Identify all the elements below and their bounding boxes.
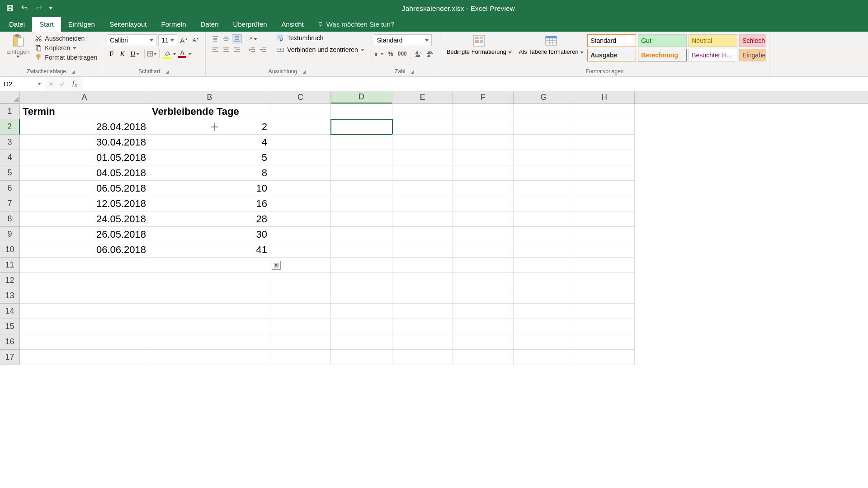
row-header-6[interactable]: 6 xyxy=(0,181,20,196)
cell-G13[interactable] xyxy=(514,288,574,304)
cell-F17[interactable] xyxy=(453,350,514,365)
row-header-16[interactable]: 16 xyxy=(0,334,20,350)
cell-B10[interactable]: 41 xyxy=(149,242,270,258)
conditional-formatting-button[interactable]: Bedingte Formatierung xyxy=(443,33,515,55)
cell-E1[interactable] xyxy=(392,104,453,119)
clipboard-launcher[interactable]: ◢ xyxy=(71,69,75,74)
cell-F2[interactable] xyxy=(453,119,514,135)
cell-H11[interactable] xyxy=(574,258,635,273)
percent-format-button[interactable]: % xyxy=(386,49,396,59)
cell-A1[interactable]: Termin xyxy=(20,104,149,119)
font-launcher[interactable]: ◢ xyxy=(165,69,169,74)
cell-H8[interactable] xyxy=(574,211,635,227)
cell-E4[interactable] xyxy=(392,150,453,165)
cell-D9[interactable] xyxy=(331,227,392,242)
cell-C14[interactable] xyxy=(270,304,331,319)
cell-H17[interactable] xyxy=(574,350,635,365)
cell-E11[interactable] xyxy=(392,258,453,273)
col-header-E[interactable]: E xyxy=(392,91,453,103)
col-header-A[interactable]: A xyxy=(20,91,149,103)
cell-G8[interactable] xyxy=(514,211,574,227)
cell-C16[interactable] xyxy=(270,334,331,350)
cell-C4[interactable] xyxy=(270,150,331,165)
row-header-2[interactable]: 2 xyxy=(0,119,20,135)
cell-C13[interactable] xyxy=(270,288,331,304)
align-bottom-button[interactable] xyxy=(232,34,242,43)
cell-B4[interactable]: 5 xyxy=(149,150,270,165)
cell-A3[interactable]: 30.04.2018 xyxy=(20,135,149,150)
tell-me-search[interactable]: Was möchten Sie tun? xyxy=(311,17,401,32)
qat-customize[interactable] xyxy=(48,3,53,14)
cell-C9[interactable] xyxy=(270,227,331,242)
orientation-button[interactable] xyxy=(247,34,257,43)
cell-B16[interactable] xyxy=(149,334,270,350)
cell-D3[interactable] xyxy=(331,135,392,150)
insert-function-button[interactable]: fx xyxy=(70,79,80,89)
cell-B2[interactable]: 2 xyxy=(149,119,270,135)
cell-D15[interactable] xyxy=(331,319,392,334)
enter-icon[interactable] xyxy=(59,81,65,87)
cell-F4[interactable] xyxy=(453,150,514,165)
shrink-font-button[interactable]: A▼ xyxy=(191,35,201,45)
style-standard[interactable]: Standard xyxy=(587,34,636,47)
cell-B15[interactable] xyxy=(149,319,270,334)
cell-G5[interactable] xyxy=(514,165,574,181)
cell-C10[interactable] xyxy=(270,242,331,258)
cell-C12[interactable] xyxy=(270,273,331,288)
decrease-indent-button[interactable] xyxy=(247,45,257,54)
style-neutral[interactable]: Neutral xyxy=(689,34,737,47)
cancel-icon[interactable] xyxy=(48,81,54,87)
cell-B14[interactable] xyxy=(149,304,270,319)
align-middle-button[interactable] xyxy=(221,34,231,43)
col-header-G[interactable]: G xyxy=(514,91,574,103)
cell-D6[interactable] xyxy=(331,181,392,196)
cut-button[interactable]: Ausschneiden xyxy=(33,34,99,42)
row-header-5[interactable]: 5 xyxy=(0,165,20,181)
cell-H9[interactable] xyxy=(574,227,635,242)
number-format-combo[interactable]: Standard xyxy=(374,34,432,46)
borders-button[interactable] xyxy=(147,49,157,59)
cell-H10[interactable] xyxy=(574,242,635,258)
cell-B1[interactable]: Verbleibende Tage xyxy=(149,104,270,119)
tab-formeln[interactable]: Formeln xyxy=(154,17,193,32)
cell-C7[interactable] xyxy=(270,196,331,211)
cell-H13[interactable] xyxy=(574,288,635,304)
cell-B3[interactable]: 4 xyxy=(149,135,270,150)
increase-decimal-button[interactable]: .0.00 xyxy=(414,49,424,59)
cell-G4[interactable] xyxy=(514,150,574,165)
cell-A4[interactable]: 01.05.2018 xyxy=(20,150,149,165)
formula-input[interactable] xyxy=(83,77,868,91)
row-header-3[interactable]: 3 xyxy=(0,135,20,150)
cell-H12[interactable] xyxy=(574,273,635,288)
cell-A15[interactable] xyxy=(20,319,149,334)
save-button[interactable] xyxy=(5,3,15,14)
tab-datei[interactable]: Datei xyxy=(2,17,32,32)
row-header-13[interactable]: 13 xyxy=(0,288,20,304)
cell-D13[interactable] xyxy=(331,288,392,304)
row-header-12[interactable]: 12 xyxy=(0,273,20,288)
style-ausgabe[interactable]: Ausgabe xyxy=(587,49,636,61)
style-besuchter[interactable]: Besuchter H... xyxy=(689,49,737,61)
number-launcher[interactable]: ◢ xyxy=(410,69,414,74)
tab-einfuegen[interactable]: Einfügen xyxy=(61,17,102,32)
cell-B12[interactable] xyxy=(149,273,270,288)
cell-E2[interactable] xyxy=(392,119,453,135)
cell-A12[interactable] xyxy=(20,273,149,288)
underline-button[interactable]: U xyxy=(128,49,142,59)
cell-F11[interactable] xyxy=(453,258,514,273)
cell-H2[interactable] xyxy=(574,119,635,135)
cell-D14[interactable] xyxy=(331,304,392,319)
cell-E3[interactable] xyxy=(392,135,453,150)
cell-C6[interactable] xyxy=(270,181,331,196)
cell-D2[interactable] xyxy=(331,119,392,135)
cell-E8[interactable] xyxy=(392,211,453,227)
cell-F9[interactable] xyxy=(453,227,514,242)
style-gut[interactable]: Gut xyxy=(638,34,687,47)
cell-F15[interactable] xyxy=(453,319,514,334)
tab-start[interactable]: Start xyxy=(32,17,61,32)
cell-G6[interactable] xyxy=(514,181,574,196)
row-header-7[interactable]: 7 xyxy=(0,196,20,211)
cell-E6[interactable] xyxy=(392,181,453,196)
redo-button[interactable] xyxy=(33,3,44,14)
align-right-button[interactable] xyxy=(232,45,242,54)
